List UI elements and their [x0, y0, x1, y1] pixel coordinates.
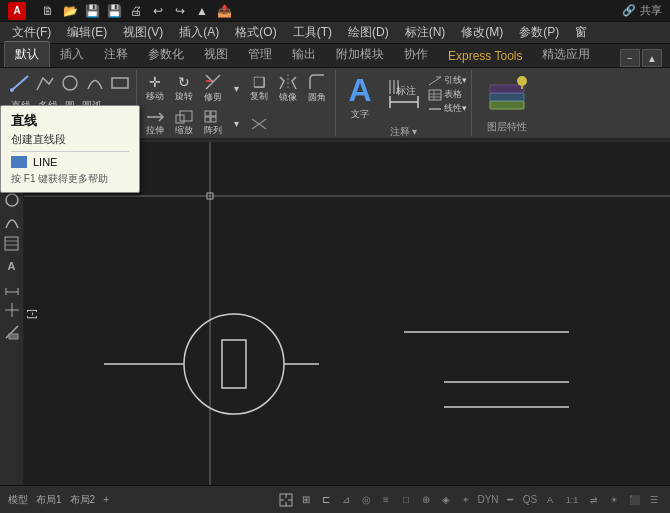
- status-scale-btn[interactable]: 1:1: [562, 492, 582, 508]
- status-polar-btn[interactable]: ⊿: [338, 492, 354, 508]
- svg-rect-15: [180, 111, 192, 121]
- status-model-label[interactable]: 模型: [8, 493, 28, 507]
- modify-array-btn[interactable]: 阵列: [199, 109, 227, 138]
- tool-dimension[interactable]: [2, 278, 22, 298]
- tab-parametric[interactable]: 参数化: [138, 42, 194, 67]
- status-settings-btn[interactable]: ☰: [646, 492, 662, 508]
- modify-row-2: 拉伸 缩放: [141, 109, 331, 138]
- status-ortho-btn[interactable]: ⊏: [318, 492, 334, 508]
- tooltip-divider: [11, 151, 129, 152]
- status-grid-btn[interactable]: ⊞: [298, 492, 314, 508]
- annotation-dimension-btn[interactable]: 标注: [382, 72, 426, 112]
- tab-express[interactable]: Express Tools: [438, 45, 532, 67]
- draw-polyline-btn[interactable]: [33, 72, 57, 94]
- tab-insert[interactable]: 插入: [50, 42, 94, 67]
- status-linewidth-btn[interactable]: ━: [502, 492, 518, 508]
- svg-rect-3: [112, 78, 128, 88]
- svg-line-29: [429, 77, 441, 85]
- tab-output[interactable]: 输出: [282, 42, 326, 67]
- menu-edit[interactable]: 编辑(E): [59, 22, 115, 43]
- qat-print[interactable]: 🖨: [126, 1, 146, 21]
- tool-move[interactable]: [2, 300, 22, 320]
- status-hardware-btn[interactable]: ⬛: [626, 492, 642, 508]
- tab-annotation[interactable]: 注释: [94, 42, 138, 67]
- status-layout2[interactable]: 布局2: [70, 493, 96, 507]
- tab-default[interactable]: 默认: [4, 41, 50, 67]
- ribbon-minimize[interactable]: −: [620, 49, 640, 67]
- svg-rect-17: [211, 111, 216, 116]
- tool-erase[interactable]: [2, 322, 22, 342]
- ribbon-group-annotation: A 文字 标注 引线▾: [336, 70, 472, 136]
- menu-window[interactable]: 窗: [567, 22, 595, 43]
- status-transparency-btn[interactable]: □: [398, 492, 414, 508]
- menu-tools[interactable]: 工具(T): [285, 22, 340, 43]
- modify-scale-btn[interactable]: 缩放: [170, 109, 198, 138]
- tab-view[interactable]: 视图: [194, 42, 238, 67]
- tool-text[interactable]: A: [2, 256, 22, 276]
- canvas-area[interactable]: [-]: [24, 142, 670, 485]
- modify-move-btn[interactable]: ✛ 移动: [141, 73, 169, 104]
- modify-trim-drop[interactable]: ▾: [228, 83, 244, 94]
- modify-erase-btn[interactable]: [245, 116, 273, 132]
- qat-open[interactable]: 📂: [60, 1, 80, 21]
- tab-featured[interactable]: 精选应用: [532, 42, 600, 67]
- status-plus[interactable]: +: [103, 494, 109, 505]
- status-snap-btn[interactable]: [278, 492, 294, 508]
- draw-line-btn[interactable]: [8, 72, 32, 94]
- modify-copy-btn[interactable]: ❑ 复制: [245, 73, 273, 104]
- app-logo: A: [8, 2, 26, 20]
- status-lineweight-btn[interactable]: ≡: [378, 492, 394, 508]
- annotation-linestyle-btn[interactable]: 线性▾: [428, 102, 467, 115]
- layer-group-label: 图层特性: [487, 120, 527, 134]
- leader-icon: [428, 75, 442, 87]
- status-dynucs-btn[interactable]: ⌖: [458, 492, 474, 508]
- draw-circle-btn[interactable]: [58, 72, 82, 94]
- tab-manage[interactable]: 管理: [238, 42, 282, 67]
- modify-mirror-btn[interactable]: 镜像: [274, 72, 302, 105]
- qat-save[interactable]: 💾: [82, 1, 102, 21]
- svg-rect-36: [490, 101, 524, 109]
- qat-save-as[interactable]: 💾: [104, 1, 124, 21]
- tab-collaborate[interactable]: 协作: [394, 42, 438, 67]
- modify-array-drop[interactable]: ▾: [228, 118, 244, 129]
- draw-rect-btn[interactable]: [108, 72, 132, 94]
- status-isolate-btn[interactable]: ☀: [606, 492, 622, 508]
- menu-file[interactable]: 文件(F): [4, 22, 59, 43]
- modify-rotate-btn[interactable]: ↻ 旋转: [170, 73, 198, 104]
- menu-draw[interactable]: 绘图(D): [340, 22, 397, 43]
- status-3dosnap-btn[interactable]: ◈: [438, 492, 454, 508]
- status-layout1[interactable]: 布局1: [36, 493, 62, 507]
- modify-trim-btn[interactable]: 修剪: [199, 72, 227, 105]
- tool-circle[interactable]: [2, 190, 22, 210]
- menu-format[interactable]: 格式(O): [227, 22, 284, 43]
- layer-properties-btn[interactable]: [486, 73, 528, 118]
- menu-param[interactable]: 参数(P): [511, 22, 567, 43]
- status-qs-btn[interactable]: QS: [522, 492, 538, 508]
- tool-arc[interactable]: [2, 212, 22, 232]
- annotation-leader-btn[interactable]: 引线▾: [428, 74, 467, 87]
- menu-modify[interactable]: 修改(M): [453, 22, 511, 43]
- qat-arrow-up[interactable]: ▲: [192, 1, 212, 21]
- annotation-text-btn[interactable]: A 文字: [340, 72, 380, 123]
- qat-redo[interactable]: ↪: [170, 1, 190, 21]
- modify-stretch-btn[interactable]: 拉伸: [141, 109, 169, 138]
- status-switch-btn[interactable]: ⇌: [586, 492, 602, 508]
- tool-hatch[interactable]: [2, 234, 22, 254]
- draw-arc-btn[interactable]: [83, 72, 107, 94]
- qat-undo[interactable]: ↩: [148, 1, 168, 21]
- status-anno-btn[interactable]: A: [542, 492, 558, 508]
- polyline-icon: [35, 74, 55, 92]
- status-dyn-btn[interactable]: DYN: [478, 492, 498, 508]
- modify-fillet-btn[interactable]: 圆角: [303, 72, 331, 105]
- menu-view[interactable]: 视图(V): [115, 22, 171, 43]
- qat-share[interactable]: 📤: [214, 1, 234, 21]
- svg-rect-52: [9, 334, 18, 339]
- annotation-table-btn[interactable]: 表格: [428, 88, 467, 101]
- tab-addons[interactable]: 附加模块: [326, 42, 394, 67]
- status-selcycle-btn[interactable]: ⊕: [418, 492, 434, 508]
- status-osnap-btn[interactable]: ◎: [358, 492, 374, 508]
- menu-dimension[interactable]: 标注(N): [397, 22, 454, 43]
- qat-new[interactable]: 🗎: [38, 1, 58, 21]
- menu-insert[interactable]: 插入(A): [171, 22, 227, 43]
- ribbon-expand[interactable]: ▲: [642, 49, 662, 67]
